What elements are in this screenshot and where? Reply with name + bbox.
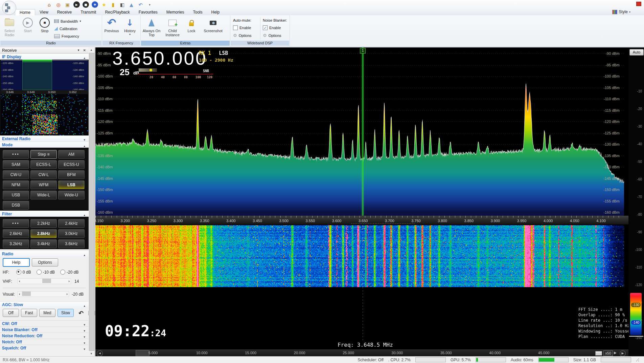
frequency-readout[interactable]: 3.650.000 (112, 47, 207, 69)
screenshot-button[interactable]: Screenshot (201, 17, 225, 40)
agc-button-off[interactable]: Off (3, 309, 19, 317)
auto-scale-button[interactable]: Auto (629, 49, 644, 56)
agc-button-slow[interactable]: Slow (58, 309, 74, 317)
if-waterfall-canvas[interactable] (1, 94, 88, 135)
hf-option-10[interactable]: -10 dB (37, 270, 55, 275)
nav-keyboard-icon[interactable] (595, 351, 602, 356)
section-header-radio[interactable]: Radio ▴ (0, 251, 89, 257)
automute-enable-checkbox[interactable]: Enable (233, 24, 251, 31)
home-icon[interactable]: ⌂ (46, 1, 52, 8)
lifebuoy-icon[interactable]: ◎ (55, 1, 62, 8)
filter-button-28khz[interactable]: 2.8kHz (30, 229, 57, 238)
visual-slider[interactable]: ‹ › (18, 291, 69, 297)
tab-help[interactable]: Help (207, 9, 224, 15)
add-icon[interactable]: ✚ (92, 1, 98, 8)
filter-button-[interactable]: ••• (3, 219, 29, 228)
section-header-if-display[interactable]: IF Display ▴ (0, 54, 89, 60)
mode-button-dsb[interactable]: DSB (3, 201, 29, 210)
legend-low-badge[interactable]: -140 (631, 320, 641, 325)
bandwidth-button[interactable]: Bandwidth ▾ (54, 18, 81, 24)
filter-button-26khz[interactable]: 2.6kHz (3, 229, 29, 238)
select-radio-button[interactable]: Select Radio (1, 17, 18, 40)
folder-icon[interactable]: ▣ (64, 1, 71, 8)
help-button[interactable]: Help (3, 258, 30, 267)
mode-button-step[interactable]: Step ≡ (30, 150, 57, 159)
scrollbar-thumb[interactable] (89, 53, 94, 351)
mode-button-[interactable]: ••• (3, 150, 29, 159)
mode-button-bfm[interactable]: BFM (58, 170, 85, 179)
nav-zoom-button[interactable]: x50 (603, 350, 613, 356)
section-header-noise-blanker[interactable]: Noise Blanker: Off▾ (0, 326, 89, 333)
tab-home[interactable]: Home (15, 9, 35, 16)
section-header-mode[interactable]: Mode ▴ (0, 142, 89, 148)
nav-right-icon[interactable]: ▶ (620, 350, 626, 357)
section-header-noise-reduction[interactable]: Noise Reduction: Off▾ (0, 333, 89, 339)
mode-button-nfm[interactable]: NFM (3, 180, 29, 189)
mode-button-sam[interactable]: SAM (3, 160, 29, 169)
section-header-cw[interactable]: CW: Off▾ (0, 320, 89, 326)
filter-button-32khz[interactable]: 3.2kHz (3, 239, 29, 248)
section-header-agc[interactable]: AGC: Slow ▴ (0, 301, 89, 307)
stop-button[interactable]: ■ Stop (36, 17, 53, 40)
waterfall-canvas[interactable] (95, 225, 624, 287)
mode-button-cwl[interactable]: CW-L (30, 170, 57, 179)
waterfall-display[interactable] (95, 225, 628, 287)
band-navigation-bar[interactable]: ◄ 5.00010.00015.00020.00025.00030.00035.… (95, 349, 628, 357)
filter-button-36khz[interactable]: 3.6kHz (58, 239, 85, 248)
child-instance-button[interactable]: Child Instance (162, 17, 183, 40)
vhf-slider-thumb[interactable] (42, 279, 51, 283)
visual-slider-thumb[interactable] (22, 292, 31, 296)
hf-option-20[interactable]: -20 dB (60, 270, 78, 275)
mode-button-wfm[interactable]: WFM (30, 180, 57, 189)
section-header-filter[interactable]: Filter ▴ (0, 211, 89, 217)
history-button[interactable]: ↓ History ▾ (121, 17, 139, 40)
favourite-icon[interactable]: ★ (101, 1, 107, 8)
camera-icon[interactable]: ◧ (119, 1, 125, 8)
spectrum-display[interactable]: -90 dBm-95 dBm-100 dBm-105 dBm-110 dBm-1… (95, 47, 628, 216)
frequency-ruler[interactable]: 3.1503.2003.2503.3003.3503.4003.4503.500… (95, 216, 628, 225)
resize-grip[interactable] (636, 358, 639, 362)
tab-tools[interactable]: Tools (189, 9, 207, 15)
scroll-down-icon[interactable]: ▼ (89, 351, 94, 356)
filter-button-34khz[interactable]: 3.4kHz (30, 239, 57, 248)
nav-play-icon[interactable]: ▶ (614, 351, 617, 355)
tab-favourites[interactable]: Favourites (134, 9, 162, 15)
mode-button-usb[interactable]: USB (3, 191, 29, 199)
filter-button-24khz[interactable]: 2.4kHz (58, 219, 85, 228)
style-control[interactable]: Style ▾ (612, 9, 630, 14)
lock-button[interactable]: Lock (184, 17, 199, 40)
section-header-notch[interactable]: Notch: Off▾ (0, 339, 89, 345)
more-icon[interactable]: ▾ (146, 1, 153, 8)
stop-icon[interactable]: ■ (83, 1, 89, 8)
mode-button-widel[interactable]: Wide-L (30, 191, 57, 199)
always-on-top-button[interactable]: Always On Top (141, 17, 162, 40)
mode-button-cwu[interactable]: CW-U (3, 170, 29, 179)
filter-button-22khz[interactable]: 2.2kHz (30, 219, 57, 228)
undo-icon[interactable]: ↶ (137, 1, 144, 8)
scroll-up-icon[interactable]: ▲ (89, 47, 94, 52)
agc-button-fast[interactable]: Fast (21, 309, 37, 317)
vhf-slider[interactable]: ‹ › (18, 278, 71, 284)
panel-close-icon[interactable]: ✕ (83, 47, 86, 54)
mode-button-am[interactable]: AM (58, 150, 85, 159)
frequency-button[interactable]: Frequency (54, 33, 79, 39)
tab-view[interactable]: View (35, 9, 53, 15)
section-header-external-radio[interactable]: External Radio ▾ (0, 135, 89, 142)
slider-right-arrow[interactable]: › (68, 279, 70, 283)
filter-button-30khz[interactable]: 3.0kHz (58, 229, 85, 238)
sidebar-scrollbar[interactable]: ▲ ▼ (89, 47, 95, 356)
lock-icon[interactable]: ▮ (110, 1, 116, 8)
mode-button-wideu[interactable]: Wide-U (58, 191, 85, 199)
mode-button-ecssl[interactable]: ECSS-L (30, 160, 57, 169)
slider-left-arrow[interactable]: ‹ (19, 292, 20, 296)
hf-option-0[interactable]: 0 dB (16, 270, 31, 275)
waterfall-color-legend[interactable] (630, 293, 642, 335)
play-icon[interactable]: ▶ (73, 1, 80, 8)
automute-options-button[interactable]: ⚙ Options (233, 32, 252, 39)
agc-button-med[interactable]: Med (39, 309, 55, 317)
application-menu-button[interactable] (2, 1, 16, 15)
slider-right-arrow[interactable]: › (66, 292, 68, 296)
calibration-button[interactable]: Calibration (54, 25, 77, 32)
rx-marker-line[interactable] (363, 47, 363, 216)
start-button[interactable]: ▶ Start (19, 17, 37, 40)
